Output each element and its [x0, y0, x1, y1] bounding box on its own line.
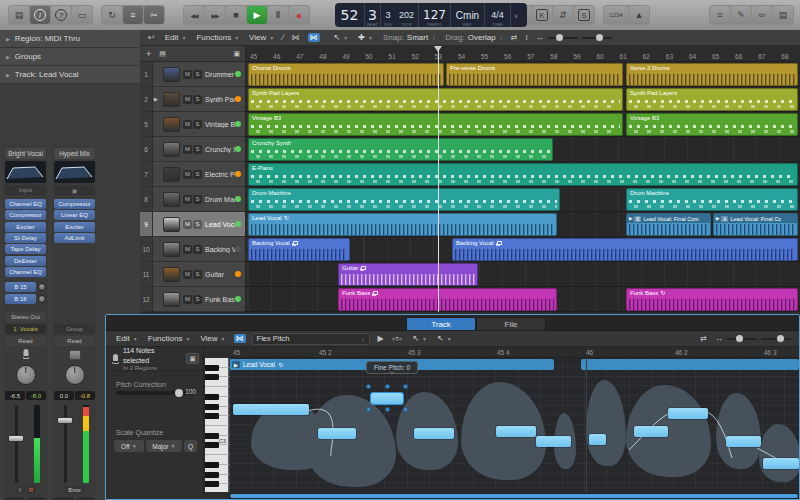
pan-knob[interactable] — [16, 365, 36, 385]
track-lane[interactable]: Crunchy Synth — [245, 137, 800, 162]
send-slot[interactable]: B 16 — [5, 294, 46, 304]
mute-button[interactable]: M — [183, 220, 192, 229]
peak-display[interactable]: -8.0 — [26, 391, 46, 400]
track-zoom-icon[interactable]: ▣ — [233, 50, 240, 58]
mute-button[interactable]: M — [183, 70, 192, 79]
inspector-section-1[interactable]: ▶Groups — [0, 48, 140, 66]
record-button[interactable]: ● — [289, 6, 309, 24]
region-lead-vocal[interactable]: Lead Vocal↻ — [248, 213, 557, 236]
toolbar-toggle-icon[interactable]: ▭ — [72, 6, 92, 24]
flex-tool-icon[interactable]: >T< — [392, 336, 403, 342]
send-knob[interactable] — [38, 283, 46, 291]
flex-pitch-note[interactable] — [536, 436, 571, 447]
playhead[interactable] — [438, 46, 439, 312]
editor-secondary-tool[interactable]: ↖▼ — [437, 334, 452, 343]
menu-edit[interactable]: Edit▼ — [165, 33, 187, 42]
strip-input-button[interactable]: Input — [5, 185, 46, 195]
peak-display[interactable]: -0.8 — [75, 391, 95, 400]
lcd-key[interactable]: Cmin KEY — [451, 3, 485, 27]
pointer-tool[interactable]: ↖▼ — [334, 33, 349, 42]
eq-thumbnail[interactable] — [54, 161, 95, 183]
record-enable-button[interactable]: R — [27, 486, 36, 494]
quick-help-icon[interactable]: ? — [51, 6, 71, 24]
group-slot[interactable]: 1: Vocals — [5, 324, 46, 334]
flex-pitch-editor[interactable]: ▶Lead Vocal↻ — [229, 358, 799, 492]
plugin-slot[interactable]: Exciter — [54, 222, 95, 232]
note-pads-icon[interactable]: ✎ — [731, 6, 751, 24]
region-lead-vocal-final-com[interactable]: ▶BLead Vocal: Final Com — [626, 213, 711, 236]
low-latency-icon[interactable]: S — [574, 6, 594, 24]
lcd-chevron-icon[interactable]: ∨ — [511, 12, 521, 19]
mute-button[interactable]: M — [183, 295, 192, 304]
apple-loops-icon[interactable]: ∞ — [752, 6, 772, 24]
vertical-autozoom-icon[interactable]: I — [525, 33, 527, 42]
bar-ruler[interactable]: 4546474849505152535455565758596061626364… — [245, 46, 800, 62]
track-lane[interactable]: Backing VocalBacking Vocal — [245, 237, 800, 262]
plugin-slot[interactable]: Compressor — [5, 210, 46, 220]
plugin-slot[interactable]: Compressor — [54, 199, 95, 209]
pause-button[interactable]: ‖ — [268, 6, 288, 24]
note-handle[interactable] — [366, 407, 371, 412]
flex-icon[interactable]: ⋈ — [234, 334, 246, 343]
track-sort-icon[interactable]: ▤ — [159, 50, 166, 58]
vertical-zoom-slider[interactable] — [548, 37, 578, 39]
metronome-icon[interactable]: ▲ — [629, 6, 649, 24]
region-verse-2-drums[interactable]: Verse 2 Drums — [626, 63, 798, 86]
browsers-icon[interactable]: ▤ — [773, 6, 793, 24]
plugin-slot[interactable]: Linear EQ — [54, 210, 95, 220]
region-synth-pad-layers[interactable]: Synth Pad Layers — [248, 88, 623, 111]
editor-scrollbar[interactable] — [229, 493, 799, 499]
piano-keyboard[interactable]: C3 — [205, 358, 229, 492]
flex-icon[interactable]: ⋈ — [292, 33, 300, 42]
solo-button[interactable]: S — [193, 70, 202, 79]
flex-pitch-note[interactable] — [414, 428, 454, 439]
editor-horizontal-zoom-slider[interactable] — [761, 338, 791, 340]
solo-button[interactable]: S — [193, 120, 202, 129]
mixer-icon[interactable]: ≡ — [123, 6, 143, 24]
editor-menu-edit[interactable]: Edit▼ — [116, 334, 138, 343]
solo-button[interactable]: S — [193, 270, 202, 279]
take-letter[interactable]: B — [634, 216, 641, 222]
count-in-icon[interactable]: 1234 — [604, 6, 628, 24]
fit-zoom-icon[interactable]: ↔ — [536, 33, 544, 42]
lcd-tempo[interactable]: 127 TEMPO — [419, 3, 451, 27]
quantize-button[interactable]: Q — [184, 440, 197, 452]
solo-button[interactable]: S — [193, 95, 202, 104]
track-header-vintage-b3[interactable]: 5MSVintage B3 — [140, 112, 245, 137]
automation-icon[interactable]: ∕ — [282, 33, 283, 42]
crossfade-icon[interactable]: ⇄ — [511, 33, 518, 42]
region-pre-verse-drums[interactable]: Pre-verse Drums — [446, 63, 623, 86]
smart-controls-icon[interactable]: ↻ — [102, 6, 122, 24]
volume-display[interactable]: 0.0 — [54, 391, 74, 400]
track-lane[interactable]: E-Piano — [245, 162, 800, 187]
white-key[interactable] — [205, 416, 229, 426]
white-key[interactable] — [205, 445, 229, 455]
solo-button[interactable]: S — [193, 295, 202, 304]
disclosure-triangle-icon[interactable]: ▶ — [154, 96, 160, 102]
flex-pitch-note[interactable] — [496, 426, 536, 437]
list-editors-icon[interactable]: ≡ — [710, 6, 730, 24]
region-drum-machine[interactable]: Drum Machine — [248, 188, 560, 211]
snap-control[interactable]: Snap: Smart↕ — [383, 33, 435, 42]
mute-button[interactable]: M — [183, 95, 192, 104]
track-header-lead-vocal[interactable]: 9MSLead Vocal — [140, 212, 245, 237]
region-drum-machine[interactable]: Drum Machine — [626, 188, 798, 211]
automation-mode-button[interactable]: Read — [54, 336, 95, 346]
mute-button[interactable]: M — [183, 145, 192, 154]
eq-thumbnail[interactable] — [5, 161, 46, 183]
play-button[interactable]: ▶ — [247, 6, 267, 24]
region-funk-bass[interactable]: Funk Bass↻ — [626, 288, 798, 311]
catch-playhead-icon[interactable]: ▶ — [378, 334, 384, 343]
flex-pitch-note[interactable] — [371, 393, 403, 404]
track-header-drum-machine[interactable]: 8MSDrum Machine — [140, 187, 245, 212]
menu-functions[interactable]: Functions▼ — [196, 33, 239, 42]
track-lane[interactable]: Guitar — [245, 262, 800, 287]
flex-pitch-note[interactable] — [589, 434, 606, 445]
track-lane[interactable]: Drum MachineDrum Machine — [245, 187, 800, 212]
fit-zoom-icon[interactable]: ↔ — [715, 334, 723, 343]
mute-button[interactable]: M — [183, 170, 192, 179]
pitch-correction-slider[interactable]: 100 — [116, 391, 195, 395]
plugin-slot[interactable]: St-Delay — [5, 233, 46, 243]
take-region-header[interactable]: ▶BLead Vocal: Final Com — [627, 214, 710, 223]
secondary-tool[interactable]: ✚▼ — [358, 33, 373, 42]
